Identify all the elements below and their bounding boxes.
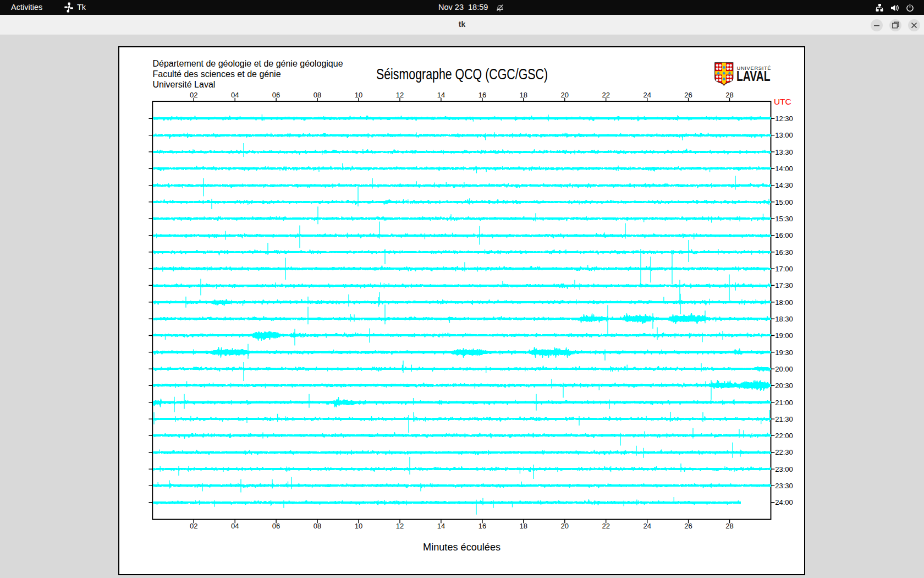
svg-text:17:00: 17:00 [775, 265, 793, 273]
svg-text:08: 08 [314, 522, 321, 530]
svg-text:UTC: UTC [774, 97, 791, 106]
svg-text:17:30: 17:30 [775, 281, 793, 290]
svg-text:08: 08 [314, 91, 321, 99]
svg-text:14:30: 14:30 [775, 181, 793, 189]
svg-text:02: 02 [190, 91, 197, 99]
svg-text:Minutes écoulées: Minutes écoulées [423, 541, 501, 553]
svg-text:24:00: 24:00 [775, 498, 793, 506]
svg-text:19:30: 19:30 [775, 348, 793, 357]
svg-text:26: 26 [684, 91, 692, 99]
svg-text:06: 06 [272, 522, 280, 530]
svg-text:10: 10 [355, 91, 362, 99]
svg-text:16: 16 [479, 91, 486, 99]
svg-text:Séismographe QCQ (CGC/GSC): Séismographe QCQ (CGC/GSC) [376, 66, 548, 83]
svg-text:15:00: 15:00 [775, 198, 793, 206]
svg-text:LAVAL: LAVAL [736, 68, 771, 84]
svg-text:18:30: 18:30 [775, 315, 793, 323]
svg-text:22:30: 22:30 [775, 448, 793, 456]
svg-text:20: 20 [561, 91, 569, 99]
svg-text:04: 04 [231, 91, 239, 99]
svg-text:20:30: 20:30 [775, 381, 793, 390]
svg-text:28: 28 [725, 91, 733, 99]
svg-text:Université Laval: Université Laval [153, 80, 216, 89]
svg-text:Département de géologie et de: Département de géologie et de génie géol… [153, 59, 343, 68]
svg-text:21:00: 21:00 [775, 399, 793, 407]
svg-text:10: 10 [355, 522, 362, 530]
svg-text:12: 12 [396, 522, 404, 530]
svg-text:19:00: 19:00 [775, 331, 793, 340]
svg-text:24: 24 [643, 91, 651, 99]
svg-text:18: 18 [520, 91, 527, 99]
svg-text:12: 12 [396, 91, 404, 99]
svg-text:22: 22 [602, 522, 609, 530]
svg-text:28: 28 [725, 522, 733, 530]
svg-text:20: 20 [561, 522, 569, 530]
svg-text:16:30: 16:30 [775, 248, 793, 257]
svg-text:26: 26 [684, 522, 692, 530]
svg-text:02: 02 [190, 522, 197, 530]
svg-text:12:30: 12:30 [775, 114, 793, 123]
svg-text:15:30: 15:30 [775, 215, 793, 223]
svg-text:24: 24 [643, 522, 651, 530]
svg-text:22:00: 22:00 [775, 432, 793, 440]
svg-text:04: 04 [231, 522, 239, 530]
svg-text:18:00: 18:00 [775, 298, 793, 307]
svg-text:22: 22 [602, 91, 609, 99]
svg-text:20:00: 20:00 [775, 365, 793, 373]
svg-text:21:30: 21:30 [775, 415, 793, 423]
svg-text:06: 06 [272, 91, 280, 99]
svg-text:13:30: 13:30 [775, 148, 793, 156]
svg-text:23:30: 23:30 [775, 482, 793, 490]
svg-text:13:00: 13:00 [775, 131, 793, 139]
svg-text:23:00: 23:00 [775, 465, 793, 473]
svg-text:14: 14 [437, 91, 445, 99]
svg-text:14: 14 [437, 522, 445, 530]
svg-text:16: 16 [479, 522, 486, 530]
svg-text:16:00: 16:00 [775, 231, 793, 239]
svg-text:18: 18 [520, 522, 527, 530]
svg-text:Faculté des sciences et de gén: Faculté des sciences et de génie [153, 69, 281, 79]
svg-text:14:00: 14:00 [775, 165, 793, 173]
